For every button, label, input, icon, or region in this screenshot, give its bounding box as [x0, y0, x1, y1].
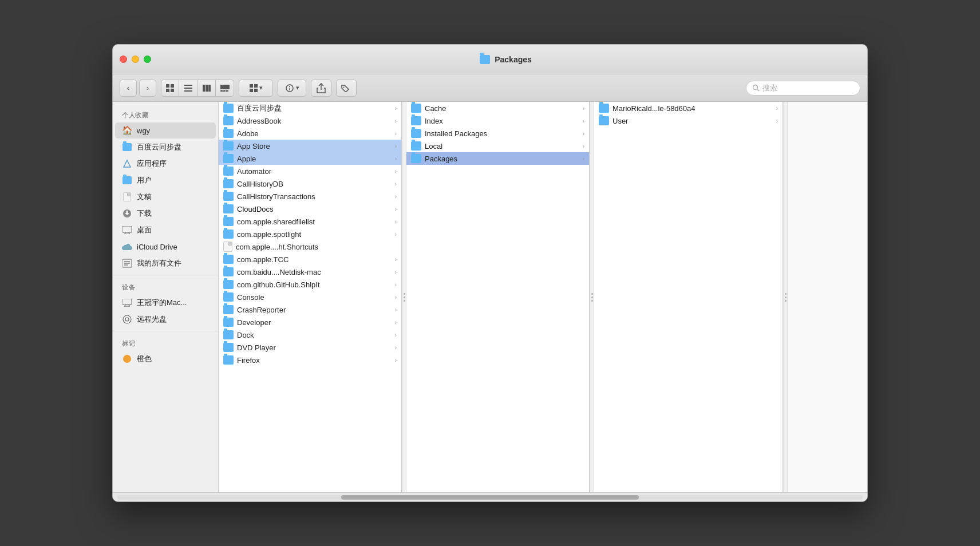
view-icon-button[interactable] — [161, 80, 179, 97]
sidebar-section-tags: 标记 — [113, 335, 218, 350]
sidebar-item-mac[interactable]: 王冠宇的Mac... — [115, 295, 216, 311]
folder-icon — [223, 192, 234, 201]
sidebar-item-baidu-cloud[interactable]: 百度云同步盘 — [115, 139, 216, 155]
list-item[interactable]: DVD Player › — [219, 341, 401, 354]
list-item[interactable]: CallHistoryDB › — [219, 177, 401, 190]
forward-button[interactable]: › — [139, 80, 156, 97]
sidebar-label-docs: 文稿 — [137, 192, 152, 202]
chevron-right-icon: › — [395, 156, 397, 162]
view-list-button[interactable] — [179, 80, 197, 97]
list-item[interactable]: com.apple.sharedfilelist › — [219, 215, 401, 228]
chevron-right-icon: › — [395, 181, 397, 187]
chevron-right-icon: › — [395, 130, 397, 137]
list-item-local[interactable]: Local › — [406, 140, 589, 152]
back-button[interactable]: ‹ — [120, 80, 137, 97]
list-item-appstore[interactable]: App Store › — [219, 140, 401, 152]
file-column-3: MarioRicald...le-58d60a4 › User › — [594, 102, 783, 492]
folder-icon — [223, 167, 234, 176]
list-item[interactable]: AddressBook › — [219, 114, 401, 127]
view-columns-button[interactable] — [197, 80, 216, 97]
sidebar-item-orange[interactable]: 橙色 — [115, 351, 216, 367]
list-item-apple[interactable]: Apple › — [219, 152, 401, 165]
scrollbar-track[interactable] — [117, 495, 863, 500]
desktop-icon — [122, 225, 132, 235]
sidebar-item-apps[interactable]: 应用程序 — [115, 156, 216, 172]
folder-icon — [411, 129, 421, 138]
list-item-cache[interactable]: Cache › — [406, 102, 589, 114]
tag-button[interactable] — [336, 80, 357, 97]
chevron-right-icon: › — [395, 256, 397, 263]
search-box[interactable]: 搜索 — [746, 81, 860, 96]
chevron-right-icon: › — [583, 105, 584, 112]
list-item[interactable]: 百度云同步盘 › — [219, 102, 401, 114]
list-item-mario[interactable]: MarioRicald...le-58d60a4 › — [594, 102, 783, 114]
svg-point-19 — [289, 86, 290, 87]
sidebar-item-icloud[interactable]: iCloud Drive — [115, 239, 216, 255]
sidebar-item-desktop[interactable]: 桌面 — [115, 222, 216, 238]
sidebar: 个人收藏 🏠 wgy 百度云同步盘 应用程序 — [113, 102, 219, 492]
list-item[interactable]: Console › — [219, 291, 401, 303]
scrollbar-thumb[interactable] — [341, 495, 639, 500]
folder-icon — [599, 116, 609, 125]
downloads-icon — [122, 208, 132, 219]
folder-icon — [223, 141, 234, 151]
list-item[interactable]: Dock › — [219, 329, 401, 341]
docs-icon — [122, 192, 132, 202]
close-button[interactable] — [120, 56, 127, 63]
list-item[interactable]: com.github.GitHub.ShipIt › — [219, 278, 401, 291]
list-item[interactable]: com.baidu....Netdisk-mac › — [219, 266, 401, 278]
list-item-packages[interactable]: Packages › — [406, 152, 589, 165]
search-placeholder: 搜索 — [762, 83, 777, 93]
sidebar-label-desktop: 桌面 — [137, 225, 152, 235]
list-item[interactable]: CallHistoryTransactions › — [219, 190, 401, 203]
action-button[interactable]: ▾ — [278, 80, 306, 97]
maximize-button[interactable] — [144, 56, 151, 63]
view-gallery-button[interactable] — [216, 80, 234, 97]
folder-icon — [223, 343, 234, 352]
svg-rect-37 — [122, 299, 132, 304]
sidebar-item-remote-disk[interactable]: 远程光盘 — [115, 311, 216, 327]
list-item-installed-packages[interactable]: Installed Packages › — [406, 127, 589, 140]
sidebar-label-apps: 应用程序 — [137, 159, 167, 169]
list-item[interactable]: Firefox › — [219, 354, 401, 366]
file-column-1: 百度云同步盘 › AddressBook › Adobe › App Store… — [219, 102, 402, 492]
sidebar-section-devices: 设备 — [113, 279, 218, 294]
chevron-right-icon: › — [395, 345, 397, 351]
svg-rect-15 — [254, 84, 258, 88]
minimize-button[interactable] — [132, 56, 139, 63]
list-item[interactable]: com.apple.TCC › — [219, 253, 401, 266]
sidebar-item-downloads[interactable]: 下载 — [115, 205, 216, 221]
svg-rect-0 — [166, 84, 169, 88]
sidebar-item-all-files[interactable]: 我的所有文件 — [115, 255, 216, 271]
list-item[interactable]: com.apple.spotlight › — [219, 228, 401, 240]
list-item[interactable]: CrashReporter › — [219, 303, 401, 316]
chevron-right-icon: › — [583, 118, 584, 124]
svg-line-24 — [757, 89, 759, 91]
list-item-user[interactable]: User › — [594, 114, 783, 127]
list-item[interactable]: Developer › — [219, 316, 401, 329]
sidebar-label-users: 用户 — [137, 175, 152, 185]
share-button[interactable] — [311, 80, 331, 97]
column-divider-3[interactable] — [783, 102, 788, 492]
list-item[interactable]: com.apple....ht.Shortcuts — [219, 240, 401, 253]
list-item-index[interactable]: Index › — [406, 114, 589, 127]
svg-rect-8 — [206, 85, 208, 92]
grid-view-button[interactable]: ▾ — [239, 80, 273, 97]
window-title-area: Packages — [151, 55, 860, 64]
folder-icon — [223, 267, 234, 276]
svg-rect-11 — [220, 90, 223, 92]
list-item[interactable]: CloudDocs › — [219, 203, 401, 215]
sidebar-item-wgy[interactable]: 🏠 wgy — [115, 122, 216, 139]
sidebar-item-docs[interactable]: 文稿 — [115, 189, 216, 205]
folder-icon — [223, 318, 234, 327]
list-item[interactable]: Adobe › — [219, 127, 401, 140]
column-divider-2[interactable] — [590, 102, 594, 492]
sidebar-divider-2 — [113, 331, 218, 331]
sidebar-item-users[interactable]: 用户 — [115, 172, 216, 188]
folder-icon — [223, 305, 234, 314]
folder-icon — [411, 154, 421, 163]
view-buttons — [161, 80, 234, 97]
list-item[interactable]: Automator › — [219, 165, 401, 177]
column-divider-1[interactable] — [402, 102, 406, 492]
folder-icon — [411, 116, 421, 125]
